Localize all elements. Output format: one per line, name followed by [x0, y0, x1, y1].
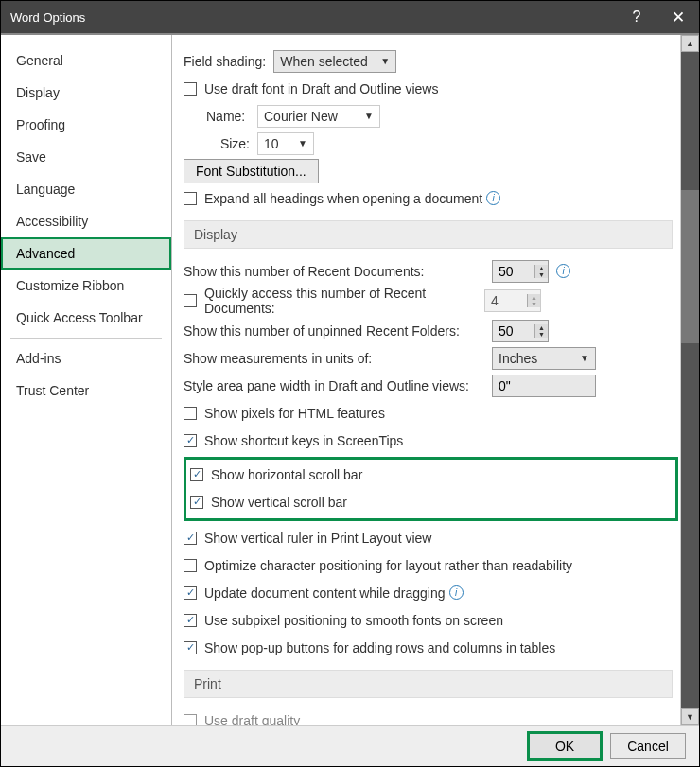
main-panel: Field shading: When selected ▼ Use draft…: [172, 35, 680, 725]
chevron-down-icon: ▼: [364, 111, 374, 121]
sidebar-item-customize-ribbon[interactable]: Customize Ribbon: [1, 270, 171, 302]
hscroll-label: Show horizontal scroll bar: [211, 467, 362, 482]
field-shading-combo[interactable]: When selected ▼: [273, 50, 396, 73]
quick-access-checkbox[interactable]: [184, 294, 197, 307]
style-area-label: Style area pane width in Draft and Outli…: [184, 378, 484, 393]
popup-label: Show pop-up buttons for adding rows and …: [204, 640, 555, 655]
quick-access-label: Quickly access this number of Recent Doc…: [204, 286, 484, 316]
scroll-down-button[interactable]: ▼: [681, 708, 699, 725]
size-label: Size:: [206, 136, 250, 151]
name-label: Name:: [206, 109, 250, 124]
section-print: Print: [184, 670, 673, 698]
spin-up-icon[interactable]: ▲: [535, 265, 548, 271]
vruler-label: Show vertical ruler in Print Layout view: [204, 531, 431, 546]
vscroll-checkbox[interactable]: [190, 496, 203, 509]
scrollbar[interactable]: ▲ ▼: [680, 35, 699, 725]
draft-quality-label: Use draft quality: [204, 713, 300, 726]
shortcut-checkbox[interactable]: [184, 434, 197, 447]
sidebar-item-language[interactable]: Language: [1, 173, 171, 205]
info-icon[interactable]: i: [556, 264, 570, 278]
scroll-track[interactable]: [681, 52, 699, 708]
sidebar-item-advanced[interactable]: Advanced: [1, 237, 171, 270]
chevron-down-icon: ▼: [580, 353, 589, 363]
draft-font-checkbox[interactable]: [184, 82, 197, 96]
sidebar-item-save[interactable]: Save: [1, 141, 171, 173]
hscroll-checkbox[interactable]: [190, 468, 203, 481]
sidebar-item-quick-access-toolbar[interactable]: Quick Access Toolbar: [1, 302, 171, 334]
subpixel-label: Use subpixel positioning to smooth fonts…: [204, 613, 503, 628]
cancel-button[interactable]: Cancel: [610, 733, 686, 759]
ok-button[interactable]: OK: [527, 731, 603, 761]
window-title: Word Options: [10, 10, 616, 25]
help-button[interactable]: ?: [616, 1, 657, 33]
sidebar-item-general[interactable]: General: [1, 44, 171, 77]
vscroll-label: Show vertical scroll bar: [211, 495, 347, 510]
info-icon[interactable]: i: [449, 585, 464, 600]
spin-down-icon[interactable]: ▼: [535, 271, 548, 278]
quick-access-spinner: ▲▼: [484, 289, 541, 312]
sidebar-item-add-ins[interactable]: Add-ins: [1, 342, 171, 375]
close-button[interactable]: ✕: [657, 1, 699, 33]
vruler-checkbox[interactable]: [184, 532, 197, 545]
sidebar-item-display[interactable]: Display: [1, 77, 171, 109]
sidebar-item-trust-center[interactable]: Trust Center: [1, 375, 171, 407]
shortcut-label: Show shortcut keys in ScreenTips: [204, 433, 403, 448]
draft-quality-checkbox[interactable]: [184, 714, 197, 726]
dragging-checkbox[interactable]: [184, 586, 197, 600]
chevron-down-icon: ▼: [298, 138, 307, 148]
pixels-checkbox[interactable]: [184, 407, 197, 420]
info-icon[interactable]: i: [486, 191, 500, 205]
recent-docs-label: Show this number of Recent Documents:: [184, 264, 484, 279]
help-icon: ?: [633, 9, 641, 26]
recent-folders-label: Show this number of unpinned Recent Fold…: [184, 323, 484, 339]
sidebar-item-proofing[interactable]: Proofing: [1, 109, 171, 141]
footer: OK Cancel: [1, 725, 699, 766]
recent-folders-spinner[interactable]: ▲▼: [492, 320, 549, 342]
optimize-label: Optimize character positioning for layou…: [204, 558, 572, 573]
chevron-down-icon: ▼: [380, 56, 390, 66]
subpixel-checkbox[interactable]: [184, 614, 197, 627]
font-name-combo[interactable]: Courier New ▼: [257, 105, 380, 128]
highlight-scrollbars: Show horizontal scroll bar Show vertical…: [184, 457, 678, 521]
optimize-checkbox[interactable]: [184, 559, 197, 572]
style-area-input[interactable]: [492, 375, 596, 397]
titlebar: Word Options ? ✕: [1, 1, 699, 33]
sidebar-item-accessibility[interactable]: Accessibility: [1, 205, 171, 237]
section-display: Display: [184, 220, 673, 249]
measurements-label: Show measurements in units of:: [184, 351, 484, 366]
field-shading-label: Field shading:: [184, 54, 266, 69]
measurements-combo[interactable]: Inches ▼: [492, 347, 596, 370]
font-size-combo[interactable]: 10 ▼: [257, 132, 314, 155]
recent-docs-spinner[interactable]: ▲▼: [492, 260, 549, 283]
close-icon: ✕: [672, 8, 685, 27]
draft-font-label: Use draft font in Draft and Outline view…: [204, 81, 438, 96]
expand-headings-label: Expand all headings when opening a docum…: [204, 191, 482, 206]
popup-checkbox[interactable]: [184, 641, 197, 654]
expand-headings-checkbox[interactable]: [184, 192, 197, 205]
pixels-label: Show pixels for HTML features: [204, 406, 385, 421]
scroll-thumb[interactable]: [681, 190, 699, 343]
dragging-label: Update document content while dragging: [204, 585, 446, 601]
scroll-up-button[interactable]: ▲: [681, 35, 699, 52]
font-substitution-button[interactable]: Font Substitution...: [184, 159, 319, 183]
sidebar: GeneralDisplayProofingSaveLanguageAccess…: [1, 35, 172, 725]
